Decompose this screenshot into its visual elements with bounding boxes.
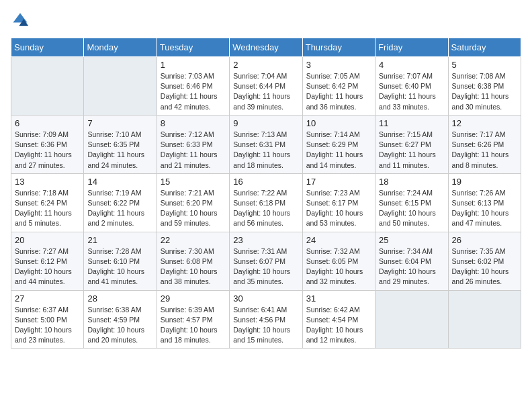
calendar-cell: 24Sunrise: 7:32 AMSunset: 6:05 PMDayligh… xyxy=(302,232,375,290)
day-number: 4 xyxy=(379,60,444,70)
weekday-header: Saturday xyxy=(448,38,521,57)
day-info: Sunrise: 7:05 AMSunset: 6:42 PMDaylight:… xyxy=(306,71,371,112)
calendar-cell: 9Sunrise: 7:13 AMSunset: 6:31 PMDaylight… xyxy=(230,115,302,173)
calendar-cell: 26Sunrise: 7:35 AMSunset: 6:02 PMDayligh… xyxy=(448,232,521,290)
day-info: Sunrise: 7:28 AMSunset: 6:10 PMDaylight:… xyxy=(87,246,152,287)
day-number: 27 xyxy=(15,293,80,304)
calendar-cell: 19Sunrise: 7:26 AMSunset: 6:13 PMDayligh… xyxy=(448,173,521,232)
day-number: 17 xyxy=(306,177,371,187)
weekday-header: Tuesday xyxy=(157,38,229,57)
day-info: Sunrise: 7:23 AMSunset: 6:17 PMDaylight:… xyxy=(306,188,371,229)
day-number: 30 xyxy=(233,293,298,304)
day-info: Sunrise: 7:10 AMSunset: 6:35 PMDaylight:… xyxy=(87,130,152,171)
calendar-week-row: 1Sunrise: 7:03 AMSunset: 6:46 PMDaylight… xyxy=(11,57,521,116)
day-info: Sunrise: 7:31 AMSunset: 6:07 PMDaylight:… xyxy=(233,246,298,287)
day-info: Sunrise: 6:38 AMSunset: 4:59 PMDaylight:… xyxy=(87,305,152,346)
day-info: Sunrise: 7:35 AMSunset: 6:02 PMDaylight:… xyxy=(452,246,517,287)
day-info: Sunrise: 6:42 AMSunset: 4:54 PMDaylight:… xyxy=(306,305,371,346)
calendar-cell: 29Sunrise: 6:39 AMSunset: 4:57 PMDayligh… xyxy=(157,290,229,349)
day-number: 20 xyxy=(15,235,80,245)
calendar-cell: 27Sunrise: 6:37 AMSunset: 5:00 PMDayligh… xyxy=(11,290,84,349)
weekday-header: Monday xyxy=(84,38,157,57)
day-info: Sunrise: 7:12 AMSunset: 6:33 PMDaylight:… xyxy=(161,130,226,171)
calendar-cell xyxy=(375,290,448,349)
day-number: 2 xyxy=(233,60,298,70)
day-info: Sunrise: 7:07 AMSunset: 6:40 PMDaylight:… xyxy=(379,71,444,112)
weekday-header: Wednesday xyxy=(230,38,302,57)
day-number: 9 xyxy=(233,118,298,128)
calendar-cell: 14Sunrise: 7:19 AMSunset: 6:22 PMDayligh… xyxy=(84,173,157,232)
day-number: 19 xyxy=(452,177,517,187)
calendar-cell: 8Sunrise: 7:12 AMSunset: 6:33 PMDaylight… xyxy=(157,115,229,173)
calendar-cell: 25Sunrise: 7:34 AMSunset: 6:04 PMDayligh… xyxy=(375,232,448,290)
calendar-cell: 5Sunrise: 7:08 AMSunset: 6:38 PMDaylight… xyxy=(448,57,521,116)
day-number: 25 xyxy=(379,235,444,245)
day-number: 18 xyxy=(379,177,444,187)
logo-icon xyxy=(11,11,30,30)
calendar-header-row: SundayMondayTuesdayWednesdayThursdayFrid… xyxy=(11,38,521,57)
calendar-cell: 10Sunrise: 7:14 AMSunset: 6:29 PMDayligh… xyxy=(302,115,375,173)
day-info: Sunrise: 7:04 AMSunset: 6:44 PMDaylight:… xyxy=(233,71,298,112)
calendar-cell: 1Sunrise: 7:03 AMSunset: 6:46 PMDaylight… xyxy=(157,57,229,116)
weekday-header: Friday xyxy=(375,38,448,57)
day-info: Sunrise: 7:32 AMSunset: 6:05 PMDaylight:… xyxy=(306,246,371,287)
day-info: Sunrise: 6:41 AMSunset: 4:56 PMDaylight:… xyxy=(233,305,298,346)
day-info: Sunrise: 7:30 AMSunset: 6:08 PMDaylight:… xyxy=(161,246,226,287)
calendar-cell: 6Sunrise: 7:09 AMSunset: 6:36 PMDaylight… xyxy=(11,115,84,173)
day-info: Sunrise: 7:14 AMSunset: 6:29 PMDaylight:… xyxy=(306,130,371,171)
logo xyxy=(11,11,32,30)
day-info: Sunrise: 7:24 AMSunset: 6:15 PMDaylight:… xyxy=(379,188,444,229)
day-info: Sunrise: 7:09 AMSunset: 6:36 PMDaylight:… xyxy=(15,130,80,171)
calendar-cell: 22Sunrise: 7:30 AMSunset: 6:08 PMDayligh… xyxy=(157,232,229,290)
day-info: Sunrise: 7:21 AMSunset: 6:20 PMDaylight:… xyxy=(161,188,226,229)
day-number: 21 xyxy=(87,235,152,245)
calendar-cell: 21Sunrise: 7:28 AMSunset: 6:10 PMDayligh… xyxy=(84,232,157,290)
day-info: Sunrise: 7:34 AMSunset: 6:04 PMDaylight:… xyxy=(379,246,444,287)
day-info: Sunrise: 6:39 AMSunset: 4:57 PMDaylight:… xyxy=(161,305,226,346)
calendar-cell: 17Sunrise: 7:23 AMSunset: 6:17 PMDayligh… xyxy=(302,173,375,232)
day-number: 14 xyxy=(87,177,152,187)
calendar-week-row: 27Sunrise: 6:37 AMSunset: 5:00 PMDayligh… xyxy=(11,290,521,349)
calendar-cell: 2Sunrise: 7:04 AMSunset: 6:44 PMDaylight… xyxy=(230,57,302,116)
calendar-cell: 7Sunrise: 7:10 AMSunset: 6:35 PMDaylight… xyxy=(84,115,157,173)
day-info: Sunrise: 7:27 AMSunset: 6:12 PMDaylight:… xyxy=(15,246,80,287)
day-number: 5 xyxy=(452,60,517,70)
calendar-cell: 28Sunrise: 6:38 AMSunset: 4:59 PMDayligh… xyxy=(84,290,157,349)
calendar-cell: 4Sunrise: 7:07 AMSunset: 6:40 PMDaylight… xyxy=(375,57,448,116)
day-info: Sunrise: 7:18 AMSunset: 6:24 PMDaylight:… xyxy=(15,188,80,229)
calendar-cell: 16Sunrise: 7:22 AMSunset: 6:18 PMDayligh… xyxy=(230,173,302,232)
day-number: 15 xyxy=(161,177,226,187)
weekday-header: Thursday xyxy=(302,38,375,57)
day-number: 23 xyxy=(233,235,298,245)
calendar-cell: 12Sunrise: 7:17 AMSunset: 6:26 PMDayligh… xyxy=(448,115,521,173)
calendar-cell: 31Sunrise: 6:42 AMSunset: 4:54 PMDayligh… xyxy=(302,290,375,349)
day-number: 22 xyxy=(161,235,226,245)
calendar-week-row: 13Sunrise: 7:18 AMSunset: 6:24 PMDayligh… xyxy=(11,173,521,232)
calendar-cell xyxy=(448,290,521,349)
calendar-cell: 13Sunrise: 7:18 AMSunset: 6:24 PMDayligh… xyxy=(11,173,84,232)
day-number: 24 xyxy=(306,235,371,245)
calendar-cell: 18Sunrise: 7:24 AMSunset: 6:15 PMDayligh… xyxy=(375,173,448,232)
calendar-cell: 23Sunrise: 7:31 AMSunset: 6:07 PMDayligh… xyxy=(230,232,302,290)
day-number: 8 xyxy=(161,118,226,128)
calendar-cell xyxy=(84,57,157,116)
day-info: Sunrise: 7:22 AMSunset: 6:18 PMDaylight:… xyxy=(233,188,298,229)
day-info: Sunrise: 6:37 AMSunset: 5:00 PMDaylight:… xyxy=(15,305,80,346)
page-header xyxy=(11,11,521,30)
day-number: 3 xyxy=(306,60,371,70)
day-number: 16 xyxy=(233,177,298,187)
day-number: 31 xyxy=(306,293,371,304)
calendar-table: SundayMondayTuesdayWednesdayThursdayFrid… xyxy=(11,38,521,349)
day-info: Sunrise: 7:15 AMSunset: 6:27 PMDaylight:… xyxy=(379,130,444,171)
day-number: 29 xyxy=(161,293,226,304)
calendar-cell: 3Sunrise: 7:05 AMSunset: 6:42 PMDaylight… xyxy=(302,57,375,116)
day-info: Sunrise: 7:17 AMSunset: 6:26 PMDaylight:… xyxy=(452,130,517,171)
day-info: Sunrise: 7:26 AMSunset: 6:13 PMDaylight:… xyxy=(452,188,517,229)
calendar-cell: 15Sunrise: 7:21 AMSunset: 6:20 PMDayligh… xyxy=(157,173,229,232)
calendar-cell xyxy=(11,57,84,116)
calendar-week-row: 20Sunrise: 7:27 AMSunset: 6:12 PMDayligh… xyxy=(11,232,521,290)
calendar-cell: 20Sunrise: 7:27 AMSunset: 6:12 PMDayligh… xyxy=(11,232,84,290)
calendar-week-row: 6Sunrise: 7:09 AMSunset: 6:36 PMDaylight… xyxy=(11,115,521,173)
day-number: 28 xyxy=(87,293,152,304)
day-number: 11 xyxy=(379,118,444,128)
